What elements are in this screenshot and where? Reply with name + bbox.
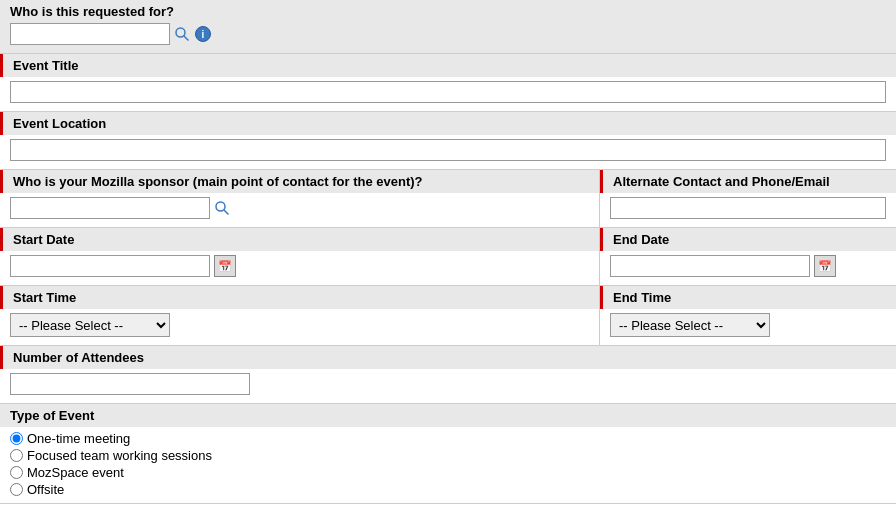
radio-option-offsite: Offsite [10, 482, 886, 497]
radio-focused-team[interactable] [10, 449, 23, 462]
event-title-input[interactable] [10, 81, 886, 103]
end-time-select-wrap: -- Please Select -- 12:00 AM12:30 AM 1:0… [600, 309, 896, 345]
event-location-input[interactable] [10, 139, 886, 161]
event-type-options: One-time meeting Focused team working se… [0, 427, 896, 503]
end-date-calendar-button[interactable]: 📅 [814, 255, 836, 277]
end-date-header: End Date [600, 228, 896, 251]
start-time-select[interactable]: -- Please Select -- 12:00 AM12:30 AM 1:0… [10, 313, 170, 337]
start-date-calendar-button[interactable]: 📅 [214, 255, 236, 277]
attendees-input-wrap [0, 369, 896, 403]
start-time-col: Start Time -- Please Select -- 12:00 AM1… [0, 286, 600, 345]
sponsor-input[interactable] [10, 197, 210, 219]
radio-option-mozspace: MozSpace event [10, 465, 886, 480]
sponsor-header: Who is your Mozilla sponsor (main point … [0, 170, 599, 193]
radio-focused-team-label: Focused team working sessions [27, 448, 212, 463]
event-title-header: Event Title [0, 54, 896, 77]
calendar-icon-end: 📅 [818, 260, 832, 273]
event-location-header: Event Location [0, 112, 896, 135]
radio-option-focused-team: Focused team working sessions [10, 448, 886, 463]
sponsor-contact-section: Who is your Mozilla sponsor (main point … [0, 170, 896, 228]
who-requested-label: Who is this requested for? [10, 4, 886, 19]
start-time-header: Start Time [0, 286, 599, 309]
sponsor-search-icon [214, 200, 230, 216]
start-date-col: Start Date 📅 [0, 228, 600, 285]
svg-line-1 [184, 36, 189, 41]
sponsor-search-button[interactable] [214, 200, 230, 216]
end-date-wrap: 📅 [600, 251, 896, 285]
alternate-contact-header: Alternate Contact and Phone/Email [600, 170, 896, 193]
event-location-section: Event Location [0, 112, 896, 170]
search-icon [174, 26, 190, 42]
sponsor-field [0, 193, 599, 227]
radio-offsite-label: Offsite [27, 482, 64, 497]
event-title-field-container [0, 77, 896, 111]
who-requested-input[interactable] [10, 23, 170, 45]
svg-text:i: i [202, 29, 205, 40]
svg-line-5 [224, 210, 229, 215]
who-requested-input-wrap: i [10, 23, 886, 45]
radio-mozspace[interactable] [10, 466, 23, 479]
event-location-field-container [0, 135, 896, 169]
attendees-section: Number of Attendees [0, 346, 896, 404]
sponsor-col: Who is your Mozilla sponsor (main point … [0, 170, 600, 227]
radio-option-one-time: One-time meeting [10, 431, 886, 446]
end-time-select[interactable]: -- Please Select -- 12:00 AM12:30 AM 1:0… [610, 313, 770, 337]
radio-offsite[interactable] [10, 483, 23, 496]
alternate-contact-col: Alternate Contact and Phone/Email [600, 170, 896, 227]
who-requested-search-button[interactable] [174, 26, 190, 42]
end-date-col: End Date 📅 [600, 228, 896, 285]
event-type-header: Type of Event [0, 404, 896, 427]
svg-point-4 [216, 202, 225, 211]
end-time-col: End Time -- Please Select -- 12:00 AM12:… [600, 286, 896, 345]
event-type-section: Type of Event One-time meeting Focused t… [0, 404, 896, 504]
start-date-header: Start Date [0, 228, 599, 251]
end-date-input[interactable] [610, 255, 810, 277]
alternate-contact-field [600, 193, 896, 227]
radio-one-time[interactable] [10, 432, 23, 445]
alternate-contact-input[interactable] [610, 197, 886, 219]
end-time-header: End Time [600, 286, 896, 309]
form-container: Who is this requested for? i Event Title [0, 0, 896, 504]
start-date-wrap: 📅 [0, 251, 599, 285]
date-section: Start Date 📅 End Date 📅 [0, 228, 896, 286]
radio-one-time-label: One-time meeting [27, 431, 130, 446]
attendees-input[interactable] [10, 373, 250, 395]
calendar-icon: 📅 [218, 260, 232, 273]
event-title-section: Event Title [0, 54, 896, 112]
radio-mozspace-label: MozSpace event [27, 465, 124, 480]
who-requested-info-button[interactable]: i [194, 25, 212, 43]
time-section: Start Time -- Please Select -- 12:00 AM1… [0, 286, 896, 346]
info-icon: i [194, 25, 212, 43]
start-date-input[interactable] [10, 255, 210, 277]
who-requested-section: Who is this requested for? i [0, 0, 896, 54]
start-time-select-wrap: -- Please Select -- 12:00 AM12:30 AM 1:0… [0, 309, 599, 345]
svg-point-0 [176, 28, 185, 37]
attendees-header: Number of Attendees [0, 346, 896, 369]
